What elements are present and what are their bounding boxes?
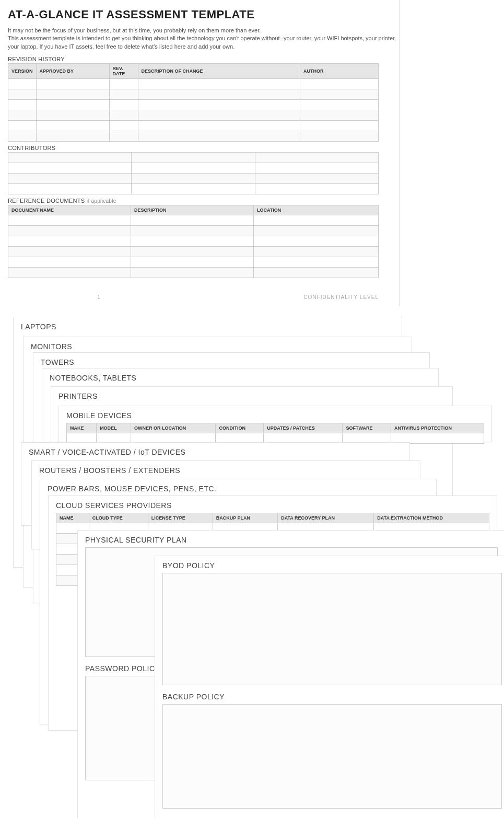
byod-box: [162, 573, 502, 685]
table-row: [8, 153, 379, 163]
rev-hdr-date: REV. DATE: [109, 64, 138, 79]
reference-docs-text: REFERENCE DOCUMENTS: [8, 198, 85, 204]
page-footer: 1 CONFIDENTIALITY LEVEL: [8, 294, 379, 300]
rev-hdr-desc: DESCRIPTION OF CHANGE: [138, 64, 300, 79]
page-title: AT-A-GLANCE IT ASSESSMENT TEMPLATE: [8, 8, 399, 21]
mob-hdr-model: MODEL: [97, 423, 131, 433]
intro-line-1: It may not be the focus of your business…: [8, 27, 399, 34]
page-number: 1: [8, 294, 190, 300]
mob-hdr-make: MAKE: [67, 423, 97, 433]
card-laptops-title: LAPTOPS: [21, 322, 394, 331]
table-row: [8, 110, 379, 121]
cloud-hdr-recov: DATA RECOVERY PLAN: [278, 513, 374, 523]
cloud-hdr-lic: LICENSE TYPE: [148, 513, 213, 523]
mob-hdr-cond: CONDITION: [216, 423, 264, 433]
intro-text: It may not be the focus of your business…: [8, 27, 399, 51]
card-smart-title: SMART / VOICE-ACTIVATED / IoT DEVICES: [29, 448, 402, 456]
reference-docs-table: DOCUMENT NAME DESCRIPTION LOCATION: [8, 205, 379, 278]
card-byod: BYOD POLICY BACKUP POLICY: [155, 556, 504, 818]
card-towers-title: TOWERS: [41, 358, 422, 366]
ref-hdr-name: DOCUMENT NAME: [8, 205, 131, 215]
rev-hdr-version: VERSION: [8, 64, 37, 79]
card-printers-title: PRINTERS: [58, 392, 445, 400]
table-row: [8, 121, 379, 131]
intro-line-2: This assessment template is intended to …: [8, 34, 399, 51]
revision-history-label: REVISION HISTORY: [8, 56, 399, 62]
table-row: [8, 236, 379, 247]
reference-docs-label: REFERENCE DOCUMENTS if applicable: [8, 198, 399, 204]
table-row: [8, 226, 379, 236]
backup-box: [162, 704, 502, 809]
card-monitors-title: MONITORS: [31, 342, 404, 351]
table-row: [8, 163, 379, 174]
table-row: [8, 257, 379, 268]
revision-history-table: VERSION APPROVED BY REV. DATE DESCRIPTIO…: [8, 63, 379, 142]
cloud-hdr-extract: DATA EXTRACTION METHOD: [374, 513, 489, 523]
rev-hdr-approved: APPROVED BY: [36, 64, 109, 79]
table-row: [8, 215, 379, 226]
reference-docs-sub: if applicable: [87, 198, 116, 204]
ref-hdr-desc: DESCRIPTION: [131, 205, 254, 215]
mob-hdr-soft: SOFTWARE: [343, 423, 391, 433]
card-cloud-title: CLOUD SERVICES PROVIDERS: [56, 501, 489, 510]
card-power-title: POWER BARS, MOUSE DEVICES, PENS, ETC.: [48, 485, 429, 493]
confidentiality-label: CONFIDENTIALITY LEVEL: [303, 294, 379, 300]
mobile-table: MAKE MODEL OWNER OR LOCATION CONDITION U…: [66, 423, 484, 444]
table-row: [8, 268, 379, 278]
card-byod-title: BYOD POLICY: [162, 561, 502, 570]
table-row: [8, 174, 379, 184]
card-notebooks-title: NOTEBOOKS, TABLETS: [50, 374, 431, 382]
card-physical-title: PHYSICAL SECURITY PLAN: [85, 536, 498, 544]
card-mobile-title: MOBILE DEVICES: [66, 411, 484, 420]
card-routers-title: ROUTERS / BOOSTERS / EXTENDERS: [39, 466, 413, 475]
mob-hdr-av: ANTIVIRUS PROTECTION: [391, 423, 484, 433]
cloud-hdr-type: CLOUD TYPE: [89, 513, 148, 523]
cloud-hdr-backup: BACKUP PLAN: [213, 513, 278, 523]
ref-hdr-loc: LOCATION: [254, 205, 379, 215]
table-row: [8, 184, 379, 194]
cloud-hdr-name: NAME: [56, 513, 89, 523]
mob-hdr-upd: UPDATES / PATCHES: [264, 423, 343, 433]
mob-hdr-owner: OWNER OR LOCATION: [131, 423, 215, 433]
table-row: [8, 89, 379, 100]
table-row: [8, 79, 379, 89]
rev-hdr-author: AUTHOR: [300, 64, 379, 79]
table-row: [8, 100, 379, 110]
table-row: [8, 131, 379, 142]
contributors-label: CONTRIBUTORS: [8, 145, 399, 151]
card-backup-title: BACKUP POLICY: [162, 693, 502, 701]
card-mobile: MOBILE DEVICES MAKE MODEL OWNER OR LOCAT…: [58, 406, 492, 442]
table-row: [8, 247, 379, 257]
contributors-table: [8, 152, 379, 194]
card-stack: LAPTOPS MONITORS TOWERS NOTEBOOKS, TABLE…: [0, 312, 504, 818]
page-1: AT-A-GLANCE IT ASSESSMENT TEMPLATE It ma…: [8, 0, 400, 306]
